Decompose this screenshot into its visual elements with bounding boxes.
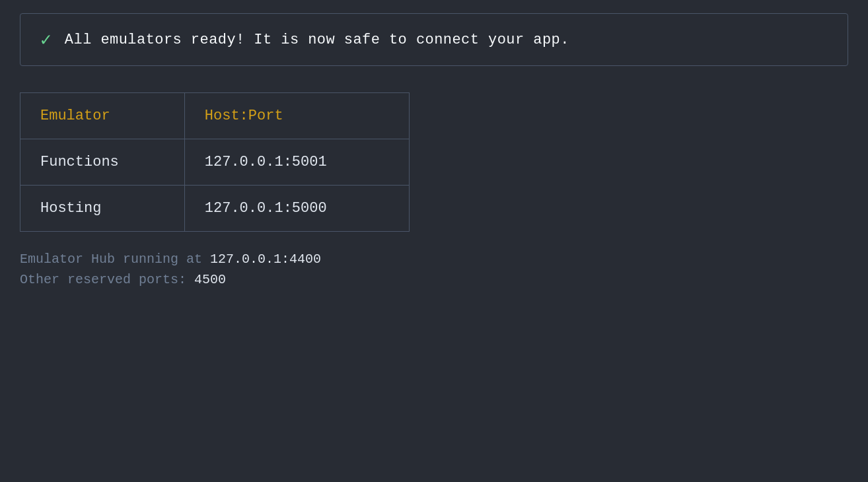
host-port-cell: 127.0.0.1:5000 (184, 186, 409, 232)
table-header-row: Emulator Host:Port (20, 93, 410, 139)
table-row: Hosting127.0.0.1:5000 (20, 186, 410, 232)
checkmark-icon: ✓ (40, 28, 52, 51)
hub-line: Emulator Hub running at 127.0.0.1:4400 (20, 252, 848, 267)
hub-value: 127.0.0.1:4400 (210, 252, 321, 267)
ports-line: Other reserved ports: 4500 (20, 272, 848, 287)
success-message: All emulators ready! It is now safe to c… (65, 32, 569, 48)
hub-label: Emulator Hub running at (20, 252, 210, 267)
ports-label: Other reserved ports: (20, 272, 194, 287)
emulator-cell: Functions (20, 139, 185, 186)
success-banner: ✓ All emulators ready! It is now safe to… (20, 13, 848, 66)
table-row: Functions127.0.0.1:5001 (20, 139, 410, 186)
ports-value: 4500 (194, 272, 226, 287)
emulator-table: Emulator Host:Port Functions127.0.0.1:50… (20, 92, 410, 232)
emulator-column-header: Emulator (20, 93, 185, 139)
host-port-cell: 127.0.0.1:5001 (184, 139, 409, 186)
footer-info: Emulator Hub running at 127.0.0.1:4400 O… (20, 252, 848, 287)
emulator-cell: Hosting (20, 186, 185, 232)
host-port-column-header: Host:Port (184, 93, 409, 139)
